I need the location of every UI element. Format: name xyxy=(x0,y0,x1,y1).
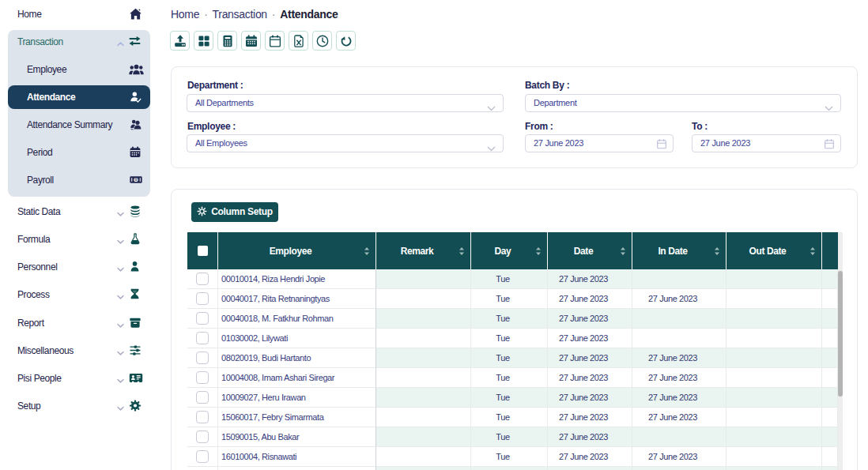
svg-text:0: 0 xyxy=(135,177,138,182)
